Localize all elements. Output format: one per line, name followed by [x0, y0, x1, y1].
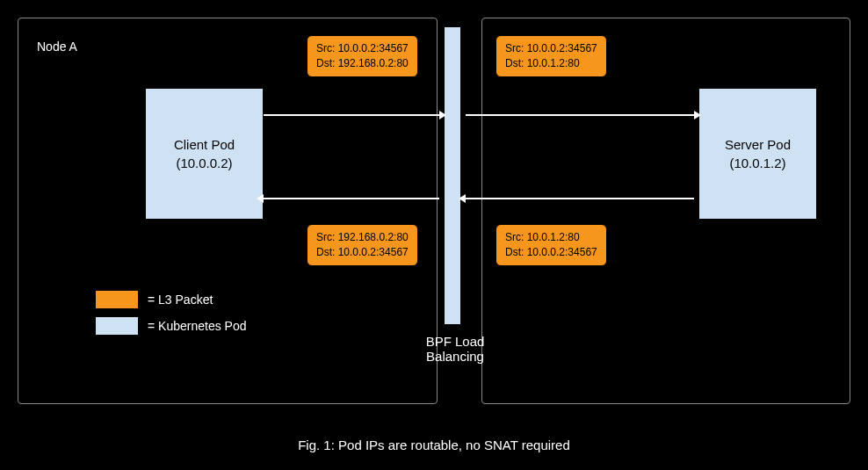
legend-swatch-orange [95, 290, 139, 309]
packet-3: Src: 192.168.0.2:80 Dst: 10.0.0.2:34567 [307, 224, 418, 266]
client-pod-ip: (10.0.0.2) [176, 154, 232, 172]
arrow-server-to-bpf [466, 198, 694, 199]
bpf-label: BPF Load Balancing [411, 334, 499, 364]
server-pod-name: Server Pod [725, 135, 791, 154]
client-pod-name: Client Pod [174, 135, 235, 154]
server-pod: Server Pod (10.0.1.2) [698, 88, 817, 220]
legend-row-pod: = Kubernetes Pod [95, 316, 246, 336]
arrow-bpf-to-server [466, 114, 694, 116]
arrow-client-to-bpf [264, 114, 439, 116]
legend-text-pod: = Kubernetes Pod [148, 319, 246, 333]
bpf-label-text: BPF Load Balancing [426, 334, 485, 364]
packet-2-dst: Dst: 10.0.1.2:80 [505, 56, 597, 71]
packet-2: Src: 10.0.0.2:34567 Dst: 10.0.1.2:80 [495, 35, 607, 77]
arrow-bpf-to-client [264, 198, 439, 199]
legend: = L3 Packet = Kubernetes Pod [95, 290, 246, 343]
packet-4: Src: 10.0.1.2:80 Dst: 10.0.0.2:34567 [495, 224, 607, 266]
legend-row-packet: = L3 Packet [95, 290, 246, 309]
packet-4-dst: Dst: 10.0.0.2:34567 [505, 245, 597, 260]
server-pod-ip: (10.0.1.2) [729, 154, 785, 172]
packet-2-src: Src: 10.0.0.2:34567 [505, 41, 597, 56]
bpf-load-balancer [444, 26, 461, 325]
packet-3-dst: Dst: 10.0.0.2:34567 [316, 245, 409, 260]
packet-1-src: Src: 10.0.0.2:34567 [316, 41, 409, 56]
legend-swatch-blue [95, 316, 139, 336]
node-a-label: Node A [37, 40, 77, 54]
figure-caption: Fig. 1: Pod IPs are routable, no SNAT re… [0, 437, 868, 452]
packet-4-src: Src: 10.0.1.2:80 [505, 230, 597, 245]
packet-1-dst: Dst: 192.168.0.2:80 [316, 56, 409, 71]
packet-1: Src: 10.0.0.2:34567 Dst: 192.168.0.2:80 [307, 35, 418, 77]
legend-text-packet: = L3 Packet [148, 293, 213, 307]
packet-3-src: Src: 192.168.0.2:80 [316, 230, 409, 245]
client-pod: Client Pod (10.0.0.2) [145, 88, 264, 220]
